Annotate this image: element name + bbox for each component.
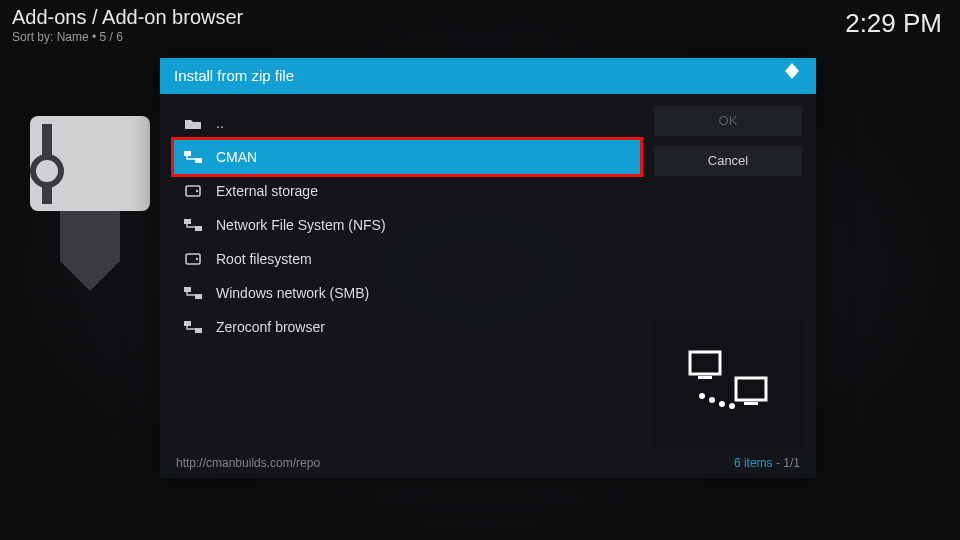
svg-rect-4 — [195, 158, 202, 163]
dialog-titlebar: Install from zip file — [160, 58, 816, 94]
svg-point-2 — [33, 157, 61, 185]
header-left: Add-ons / Add-on browser Sort by: Name •… — [12, 6, 243, 44]
dialog-footer: http://cmanbuilds.com/repo 6 items - 1/1 — [160, 451, 816, 478]
svg-rect-3 — [184, 151, 191, 156]
svg-point-21 — [719, 401, 725, 407]
cancel-button[interactable]: Cancel — [654, 146, 802, 176]
file-row-2[interactable]: External storage — [174, 174, 640, 208]
svg-rect-12 — [195, 294, 202, 299]
svg-rect-17 — [736, 378, 766, 400]
drive-icon — [184, 184, 202, 198]
kodi-logo-icon — [782, 58, 802, 94]
file-row-4[interactable]: Root filesystem — [174, 242, 640, 276]
file-row-6[interactable]: Zeroconf browser — [174, 310, 640, 344]
svg-rect-14 — [195, 328, 202, 333]
svg-point-19 — [699, 393, 705, 399]
file-row-3[interactable]: Network File System (NFS) — [174, 208, 640, 242]
net-icon — [184, 286, 202, 300]
file-row-label: CMAN — [216, 149, 257, 165]
file-row-label: External storage — [216, 183, 318, 199]
zip-background-icon — [20, 116, 160, 296]
dialog-side-column: OK Cancel — [654, 106, 802, 447]
file-row-5[interactable]: Windows network (SMB) — [174, 276, 640, 310]
file-row-label: Root filesystem — [216, 251, 312, 267]
net-icon — [184, 218, 202, 232]
net-icon — [184, 150, 202, 164]
install-zip-dialog: Install from zip file ..CMANExternal sto… — [160, 58, 816, 478]
svg-rect-11 — [184, 287, 191, 292]
file-row-label: Network File System (NFS) — [216, 217, 386, 233]
file-row-1[interactable]: CMAN — [174, 140, 640, 174]
svg-rect-8 — [195, 226, 202, 231]
svg-point-20 — [709, 397, 715, 403]
network-share-icon — [684, 348, 772, 420]
svg-rect-13 — [184, 321, 191, 326]
file-row-label: Zeroconf browser — [216, 319, 325, 335]
dialog-title: Install from zip file — [174, 58, 294, 94]
footer-path: http://cmanbuilds.com/repo — [176, 456, 320, 470]
net-icon — [184, 320, 202, 334]
svg-point-10 — [196, 258, 198, 260]
folder-up-icon — [184, 116, 202, 130]
footer-count: 6 items - 1/1 — [734, 456, 800, 470]
svg-rect-7 — [184, 219, 191, 224]
sort-line: Sort by: Name • 5 / 6 — [12, 30, 243, 44]
svg-point-22 — [729, 403, 735, 409]
source-thumbnail — [654, 321, 802, 447]
file-list[interactable]: ..CMANExternal storageNetwork File Syste… — [174, 106, 640, 447]
svg-point-6 — [196, 190, 198, 192]
drive-icon — [184, 252, 202, 266]
breadcrumb: Add-ons / Add-on browser — [12, 6, 243, 29]
ok-button[interactable]: OK — [654, 106, 802, 136]
svg-rect-16 — [698, 376, 712, 379]
file-row-label: Windows network (SMB) — [216, 285, 369, 301]
svg-rect-18 — [744, 402, 758, 405]
file-row-0[interactable]: .. — [174, 106, 640, 140]
svg-rect-15 — [690, 352, 720, 374]
clock: 2:29 PM — [845, 8, 942, 39]
file-row-label: .. — [216, 115, 224, 131]
